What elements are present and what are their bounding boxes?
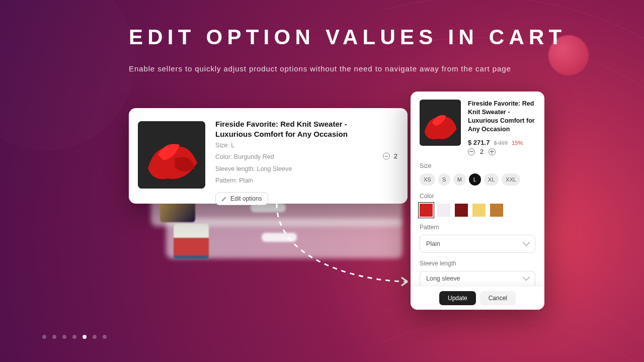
edit-options-panel: Fireside Favorite: Red Knit Sweater - Lu… — [411, 92, 544, 310]
product-image — [138, 121, 205, 189]
color-swatch-red[interactable] — [420, 204, 433, 217]
color-swatch-maroon[interactable] — [455, 204, 468, 217]
connector-arrow — [272, 201, 418, 287]
carousel-dot[interactable] — [72, 335, 76, 339]
size-option-m[interactable]: M — [453, 173, 466, 186]
chevron-down-icon — [524, 241, 529, 246]
attr-size: Size: L — [215, 141, 397, 150]
chevron-down-icon — [524, 276, 529, 281]
price-current: $ 271.7 — [468, 139, 490, 146]
ghost-thumb — [174, 224, 209, 259]
attr-pattern: Pattern: Plain — [215, 176, 397, 186]
carousel-dot[interactable] — [103, 335, 107, 339]
discount-badge: 15% — [512, 140, 523, 146]
product-title: Fireside Favorite: Red Knit Sweater - Lu… — [468, 100, 535, 134]
page-subtitle: Enable sellers to quickly adjust product… — [129, 64, 511, 73]
carousel-dot[interactable] — [52, 335, 56, 339]
panel-actions: Update Cancel — [411, 287, 544, 310]
edit-options-label: Edit options — [230, 195, 262, 202]
quantity-decrement[interactable] — [468, 148, 475, 155]
color-section: Color — [420, 193, 535, 217]
sleeve-select[interactable]: Long sleeve — [420, 271, 535, 286]
carousel-dot[interactable] — [42, 335, 46, 339]
size-section: Size XSSMLXLXXL — [420, 162, 535, 186]
carousel-dots — [42, 335, 107, 339]
size-option-xs[interactable]: XS — [420, 173, 435, 186]
sleeve-section: Sleeve length Long sleeve — [420, 260, 535, 286]
size-option-l[interactable]: L — [469, 173, 481, 186]
cart-item-card: Fireside Favorite: Red Knit Sweater - Lu… — [129, 108, 408, 204]
product-title: Fireside Favorite: Red Knit Sweater - Lu… — [215, 119, 366, 139]
size-label: Size — [420, 162, 535, 169]
color-swatch-white[interactable] — [437, 204, 450, 217]
carousel-dot[interactable] — [62, 335, 66, 339]
pattern-section: Pattern Plain — [420, 224, 535, 253]
pattern-label: Pattern — [420, 224, 535, 231]
carousel-dot[interactable] — [83, 335, 87, 339]
bg-decor-circle — [0, 0, 136, 151]
quantity-value: 2 — [480, 148, 484, 155]
color-label: Color — [420, 193, 535, 200]
update-button[interactable]: Update — [439, 291, 476, 305]
size-option-s[interactable]: S — [438, 173, 450, 186]
carousel-dot[interactable] — [93, 335, 97, 339]
quantity-decrement[interactable] — [383, 152, 390, 159]
color-swatch-gold[interactable] — [472, 204, 486, 217]
size-option-xxl[interactable]: XXL — [502, 173, 520, 186]
attr-sleeve: Sleeve length: Long Sleeve — [215, 164, 397, 174]
price-original: $ 319 — [494, 140, 508, 146]
pattern-select[interactable]: Plain — [420, 235, 535, 253]
ghost-pill — [262, 233, 297, 242]
sleeve-value: Long sleeve — [426, 275, 460, 282]
attr-color: Color: Burgundy Red — [215, 152, 397, 162]
color-swatch-tan[interactable] — [490, 204, 503, 217]
edit-options-button[interactable]: Edit options — [215, 192, 268, 205]
sleeve-label: Sleeve length — [420, 260, 535, 267]
page-title: EDIT OPTION VALUES IN CART — [129, 25, 566, 49]
pattern-value: Plain — [426, 240, 440, 247]
quantity-increment[interactable] — [489, 148, 496, 155]
quantity-value: 2 — [394, 152, 397, 160]
pencil-icon — [221, 196, 227, 202]
size-option-xl[interactable]: XL — [484, 173, 499, 186]
cancel-button[interactable]: Cancel — [480, 291, 516, 305]
product-image — [420, 100, 461, 146]
price-row: $ 271.7 $ 319 15% — [468, 139, 535, 146]
